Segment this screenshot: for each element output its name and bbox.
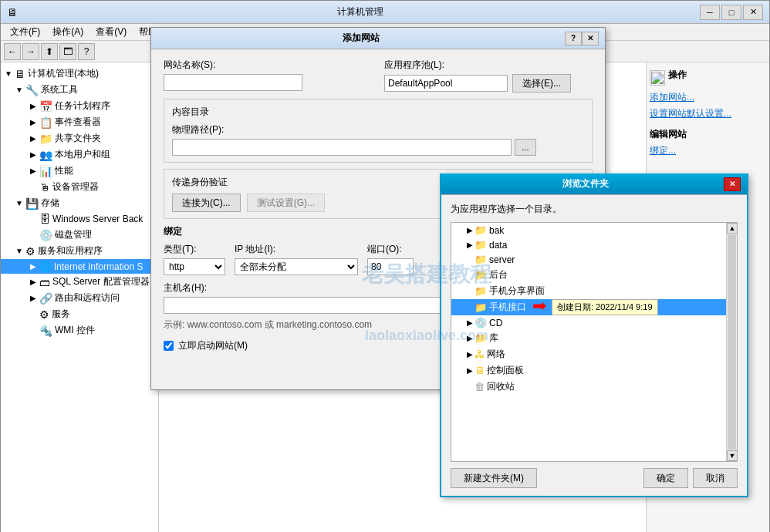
close-button[interactable]: ✕: [743, 5, 763, 20]
scroll-down-button[interactable]: ▼: [727, 450, 738, 461]
back-button[interactable]: ←: [4, 43, 21, 60]
browse-tree: ▶ 📁 bak ▶ 📁 data ▶ 📁 server ▶ 📁 后台 ▶: [451, 222, 738, 462]
expand-icon[interactable]: ▼: [2, 69, 15, 78]
sidebar-item-storage[interactable]: ▼ 💾 存储: [1, 195, 158, 211]
sidebar-item-disk-manager[interactable]: ▶ 💿 磁盘管理: [1, 227, 158, 243]
view-button[interactable]: 🗔: [59, 43, 76, 60]
site-name-label: 网站名称(S):: [164, 59, 372, 72]
physical-path-input[interactable]: [172, 139, 512, 156]
sidebar-item-iis[interactable]: ▶ 🌐 Internet Information S: [1, 259, 158, 274]
browse-item-recycle[interactable]: ▶ 🗑 回收站: [451, 379, 737, 395]
browse-item-bak[interactable]: ▶ 📁 bak: [451, 223, 737, 237]
start-checkbox[interactable]: [164, 341, 174, 351]
scroll-thumb[interactable]: [728, 234, 736, 450]
port-input[interactable]: [367, 258, 414, 275]
add-website-title-bar: 添加网站 ? ✕: [151, 28, 605, 49]
folder-icon-selected: 📁: [474, 301, 487, 313]
ok-cancel-buttons: 确定 取消: [643, 468, 738, 488]
browse-item-server[interactable]: ▶ 📁 server: [451, 252, 737, 267]
browse-folder-close-button[interactable]: ✕: [724, 177, 741, 191]
sidebar-label: 路由和远程访问: [55, 291, 120, 305]
sidebar-label: 性能: [55, 164, 73, 177]
folder-icon: 🖥: [474, 365, 485, 376]
sidebar-item-wmi[interactable]: ▶ 🔩 WMI 控件: [1, 322, 158, 338]
scroll-up-button[interactable]: ▲: [727, 223, 738, 234]
browse-dialog-buttons: 新建文件夹(M) 确定 取消: [451, 468, 738, 488]
item-label: 手机接口: [489, 301, 526, 314]
item-label: 库: [489, 332, 498, 345]
ip-select[interactable]: 全部未分配: [235, 258, 358, 275]
browse-item-lib[interactable]: ▶ 📁 库: [451, 330, 737, 346]
browse-item-data[interactable]: ▶ 📁 data: [451, 237, 737, 252]
physical-path-row: ...: [172, 139, 584, 156]
sidebar-item-services-apps[interactable]: ▼ ⚙ 服务和应用程序: [1, 243, 158, 259]
item-label: server: [489, 254, 515, 265]
browse-item-mobile-api[interactable]: ▶ 📁 手机接口: [451, 299, 737, 315]
set-default-link[interactable]: 设置网站默认设置...: [650, 107, 766, 120]
select-app-pool-button[interactable]: 选择(E)...: [512, 74, 571, 93]
expand-icon[interactable]: ▶: [27, 134, 39, 143]
sidebar-label: 本地用户和组: [55, 148, 110, 161]
sidebar-item-local-users[interactable]: ▶ 👥 本地用户和组: [1, 146, 158, 163]
expand-icon[interactable]: ▼: [13, 199, 25, 207]
expand-icon[interactable]: ▶: [27, 278, 39, 286]
forward-button[interactable]: →: [22, 43, 39, 60]
sidebar-item-system-tools[interactable]: ▼ 🔧 系统工具: [1, 82, 158, 98]
binding-link[interactable]: 绑定...: [650, 144, 766, 157]
menu-view[interactable]: 查看(V): [89, 24, 133, 40]
expand-icon[interactable]: ▶: [27, 102, 39, 110]
site-name-app-pool-row: 网站名称(S): 应用程序池(L): 选择(E)...: [164, 59, 593, 93]
sidebar-item-computer-management[interactable]: ▼ 🖥 计算机管理(本地): [1, 66, 158, 82]
browse-tree-scrollbar[interactable]: ▲ ▼: [726, 223, 737, 461]
browse-item-mobile-share[interactable]: ▶ 📁 手机分享界面: [451, 283, 737, 299]
browse-button[interactable]: ...: [515, 139, 536, 156]
expand-icon[interactable]: ▶: [27, 262, 39, 271]
port-label: 端口(O):: [367, 243, 414, 256]
help-button[interactable]: ?: [78, 43, 95, 60]
expand-icon[interactable]: ▼: [13, 86, 25, 94]
sidebar-item-sql-server[interactable]: ▶ 🗃 SQL Server 配置管理器: [1, 274, 158, 290]
browse-item-network[interactable]: ▶ 🖧 网络: [451, 346, 737, 362]
main-title-bar: 🖥 计算机管理 ─ □ ✕: [1, 1, 769, 24]
sidebar-item-device-manager[interactable]: ▶ 🖱 设备管理器: [1, 179, 158, 195]
sidebar-item-routing[interactable]: ▶ 🔗 路由和远程访问: [1, 290, 158, 306]
expand-icon[interactable]: ▶: [27, 118, 39, 126]
site-name-input[interactable]: [164, 74, 302, 91]
maximize-button[interactable]: □: [721, 5, 741, 20]
browse-item-backend[interactable]: ▶ 📁 后台: [451, 267, 737, 283]
main-window-title: 计算机管理: [20, 5, 700, 19]
type-group: 类型(T): http https: [164, 243, 225, 275]
menu-action[interactable]: 操作(A): [46, 24, 89, 40]
add-website-link[interactable]: 添加网站...: [650, 91, 766, 104]
browse-ok-button[interactable]: 确定: [643, 468, 688, 488]
minimize-button[interactable]: ─: [700, 5, 720, 20]
expand-icon[interactable]: ▶: [27, 294, 39, 302]
sidebar-item-windows-backup[interactable]: ▶ 🗄 Windows Server Back: [1, 211, 158, 227]
folder-icon: 📁: [474, 285, 487, 297]
item-label: bak: [489, 225, 504, 236]
add-website-help-button[interactable]: ?: [565, 32, 582, 45]
sidebar-item-shared-folders[interactable]: ▶ 📁 共享文件夹: [1, 130, 158, 146]
browse-item-control-panel[interactable]: ▶ 🖥 控制面板: [451, 362, 737, 379]
new-folder-button[interactable]: 新建文件夹(M): [451, 468, 537, 488]
app-pool-input[interactable]: [384, 75, 508, 92]
up-button[interactable]: ⬆: [41, 43, 58, 60]
expand-icon[interactable]: ▶: [27, 167, 39, 175]
sidebar-item-services[interactable]: ▶ ⚙ 服务: [1, 306, 158, 322]
expand-icon[interactable]: ▶: [27, 150, 39, 159]
browse-folder-desc: 为应用程序选择一个目录。: [451, 203, 738, 216]
connect-as-button[interactable]: 连接为(C)...: [172, 194, 241, 212]
sidebar-label: 磁盘管理: [55, 228, 92, 241]
item-label: 回收站: [487, 380, 515, 393]
type-select[interactable]: http https: [164, 258, 225, 275]
expand-icon[interactable]: ▼: [13, 247, 25, 255]
sidebar-item-event-viewer[interactable]: ▶ 📋 事件查看器: [1, 114, 158, 130]
add-website-close-button[interactable]: ✕: [582, 32, 599, 45]
test-settings-button[interactable]: 测试设置(G)...: [247, 194, 325, 212]
browse-cancel-button[interactable]: 取消: [693, 468, 738, 488]
browse-item-cd[interactable]: ▶ 💿 CD: [451, 315, 737, 330]
sidebar-item-performance[interactable]: ▶ 📊 性能: [1, 163, 158, 179]
port-group: 端口(O):: [367, 243, 414, 275]
sidebar-item-task-scheduler[interactable]: ▶ 📅 任务计划程序: [1, 98, 158, 114]
menu-file[interactable]: 文件(F): [4, 24, 46, 40]
